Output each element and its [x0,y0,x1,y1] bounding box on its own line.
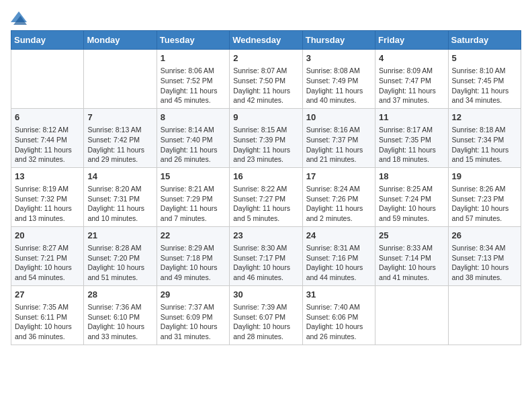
calendar-cell: 4Sunrise: 8:09 AM Sunset: 7:47 PM Daylig… [375,50,448,109]
logo [11,11,30,25]
calendar-cell: 26Sunrise: 8:34 AM Sunset: 7:13 PM Dayli… [448,226,521,285]
day-info: Sunrise: 8:06 AM Sunset: 7:52 PM Dayligh… [161,66,226,105]
calendar-cell: 20Sunrise: 8:27 AM Sunset: 7:21 PM Dayli… [11,226,84,285]
calendar-cell: 14Sunrise: 8:20 AM Sunset: 7:31 PM Dayli… [84,167,157,226]
calendar-cell: 11Sunrise: 8:17 AM Sunset: 7:35 PM Dayli… [375,108,448,167]
day-info: Sunrise: 8:25 AM Sunset: 7:24 PM Dayligh… [379,184,444,224]
day-info: Sunrise: 8:21 AM Sunset: 7:29 PM Dayligh… [161,184,226,224]
day-info: Sunrise: 8:26 AM Sunset: 7:23 PM Dayligh… [452,184,517,224]
calendar-cell: 16Sunrise: 8:22 AM Sunset: 7:27 PM Dayli… [230,167,302,226]
day-number: 22 [161,230,226,242]
calendar-cell: 17Sunrise: 8:24 AM Sunset: 7:26 PM Dayli… [302,167,375,226]
day-number: 27 [15,289,80,301]
day-info: Sunrise: 8:14 AM Sunset: 7:40 PM Dayligh… [161,125,226,165]
day-info: Sunrise: 8:28 AM Sunset: 7:20 PM Dayligh… [87,243,152,283]
day-number: 8 [161,111,226,124]
day-info: Sunrise: 8:33 AM Sunset: 7:14 PM Dayligh… [379,243,444,283]
day-number: 23 [233,230,298,242]
calendar-cell: 25Sunrise: 8:33 AM Sunset: 7:14 PM Dayli… [375,226,448,285]
calendar-cell: 24Sunrise: 8:31 AM Sunset: 7:16 PM Dayli… [302,226,375,285]
logo-icon [11,11,27,25]
calendar-cell: 1Sunrise: 8:06 AM Sunset: 7:52 PM Daylig… [157,50,229,109]
day-info: Sunrise: 8:27 AM Sunset: 7:21 PM Dayligh… [15,243,80,283]
calendar-body: 1Sunrise: 8:06 AM Sunset: 7:52 PM Daylig… [11,50,521,345]
day-number: 6 [15,111,80,124]
calendar-cell: 9Sunrise: 8:15 AM Sunset: 7:39 PM Daylig… [230,108,302,167]
day-info: Sunrise: 8:31 AM Sunset: 7:16 PM Dayligh… [306,243,371,283]
calendar-cell: 30Sunrise: 7:39 AM Sunset: 6:07 PM Dayli… [230,285,302,345]
calendar-cell [11,50,84,109]
calendar-cell: 21Sunrise: 8:28 AM Sunset: 7:20 PM Dayli… [84,226,157,285]
day-number: 4 [379,52,444,64]
day-info: Sunrise: 8:34 AM Sunset: 7:13 PM Dayligh… [452,243,517,283]
calendar-cell: 23Sunrise: 8:30 AM Sunset: 7:17 PM Dayli… [230,226,302,285]
calendar-cell: 29Sunrise: 7:37 AM Sunset: 6:09 PM Dayli… [157,285,229,345]
week-row-5: 27Sunrise: 7:35 AM Sunset: 6:11 PM Dayli… [11,285,521,345]
day-info: Sunrise: 8:29 AM Sunset: 7:18 PM Dayligh… [161,243,226,283]
day-info: Sunrise: 8:13 AM Sunset: 7:42 PM Dayligh… [87,125,152,165]
week-row-2: 6Sunrise: 8:12 AM Sunset: 7:44 PM Daylig… [11,108,521,167]
calendar-cell: 19Sunrise: 8:26 AM Sunset: 7:23 PM Dayli… [448,167,521,226]
day-info: Sunrise: 8:07 AM Sunset: 7:50 PM Dayligh… [233,66,298,105]
day-number: 25 [379,230,444,242]
day-info: Sunrise: 8:16 AM Sunset: 7:37 PM Dayligh… [306,125,371,165]
day-header-friday: Friday [375,31,448,50]
day-number: 17 [306,171,371,183]
day-number: 20 [15,230,80,242]
day-info: Sunrise: 8:08 AM Sunset: 7:49 PM Dayligh… [306,66,371,105]
day-info: Sunrise: 8:22 AM Sunset: 7:27 PM Dayligh… [233,184,298,224]
calendar-cell: 15Sunrise: 8:21 AM Sunset: 7:29 PM Dayli… [157,167,229,226]
day-info: Sunrise: 8:18 AM Sunset: 7:34 PM Dayligh… [452,125,517,165]
week-row-3: 13Sunrise: 8:19 AM Sunset: 7:32 PM Dayli… [11,167,521,226]
day-number: 12 [452,111,517,124]
day-number: 10 [306,111,371,124]
week-row-1: 1Sunrise: 8:06 AM Sunset: 7:52 PM Daylig… [11,50,521,109]
day-info: Sunrise: 7:37 AM Sunset: 6:09 PM Dayligh… [161,302,226,342]
calendar-cell: 10Sunrise: 8:16 AM Sunset: 7:37 PM Dayli… [302,108,375,167]
day-number: 3 [306,52,371,64]
day-number: 11 [379,111,444,124]
day-info: Sunrise: 8:12 AM Sunset: 7:44 PM Dayligh… [15,125,80,165]
week-row-4: 20Sunrise: 8:27 AM Sunset: 7:21 PM Dayli… [11,226,521,285]
calendar-cell: 5Sunrise: 8:10 AM Sunset: 7:45 PM Daylig… [448,50,521,109]
calendar-cell [84,50,157,109]
day-number: 31 [306,289,371,301]
day-number: 16 [233,171,298,183]
calendar-cell: 3Sunrise: 8:08 AM Sunset: 7:49 PM Daylig… [302,50,375,109]
day-info: Sunrise: 7:35 AM Sunset: 6:11 PM Dayligh… [15,302,80,342]
day-header-saturday: Saturday [448,31,521,50]
day-number: 1 [161,52,226,64]
calendar: SundayMondayTuesdayWednesdayThursdayFrid… [11,30,521,345]
day-header-sunday: Sunday [11,31,84,50]
day-number: 14 [87,171,152,183]
calendar-cell: 22Sunrise: 8:29 AM Sunset: 7:18 PM Dayli… [157,226,229,285]
calendar-cell: 2Sunrise: 8:07 AM Sunset: 7:50 PM Daylig… [230,50,302,109]
calendar-cell: 31Sunrise: 7:40 AM Sunset: 6:06 PM Dayli… [302,285,375,345]
header [11,11,521,25]
calendar-cell: 27Sunrise: 7:35 AM Sunset: 6:11 PM Dayli… [11,285,84,345]
day-number: 29 [161,289,226,301]
day-number: 24 [306,230,371,242]
day-number: 7 [87,111,152,124]
day-info: Sunrise: 8:15 AM Sunset: 7:39 PM Dayligh… [233,125,298,165]
day-info: Sunrise: 7:36 AM Sunset: 6:10 PM Dayligh… [87,302,152,342]
day-number: 2 [233,52,298,64]
calendar-cell: 13Sunrise: 8:19 AM Sunset: 7:32 PM Dayli… [11,167,84,226]
day-info: Sunrise: 8:09 AM Sunset: 7:47 PM Dayligh… [379,66,444,105]
day-header-tuesday: Tuesday [157,31,229,50]
day-number: 9 [233,111,298,124]
day-header-wednesday: Wednesday [230,31,302,50]
calendar-cell: 7Sunrise: 8:13 AM Sunset: 7:42 PM Daylig… [84,108,157,167]
day-info: Sunrise: 8:20 AM Sunset: 7:31 PM Dayligh… [87,184,152,224]
calendar-cell: 12Sunrise: 8:18 AM Sunset: 7:34 PM Dayli… [448,108,521,167]
day-info: Sunrise: 7:39 AM Sunset: 6:07 PM Dayligh… [233,302,298,342]
calendar-cell: 28Sunrise: 7:36 AM Sunset: 6:10 PM Dayli… [84,285,157,345]
calendar-cell: 8Sunrise: 8:14 AM Sunset: 7:40 PM Daylig… [157,108,229,167]
calendar-header-row: SundayMondayTuesdayWednesdayThursdayFrid… [11,31,521,50]
day-info: Sunrise: 8:24 AM Sunset: 7:26 PM Dayligh… [306,184,371,224]
day-number: 18 [379,171,444,183]
day-number: 13 [15,171,80,183]
calendar-cell [375,285,448,345]
day-header-thursday: Thursday [302,31,375,50]
day-header-monday: Monday [84,31,157,50]
